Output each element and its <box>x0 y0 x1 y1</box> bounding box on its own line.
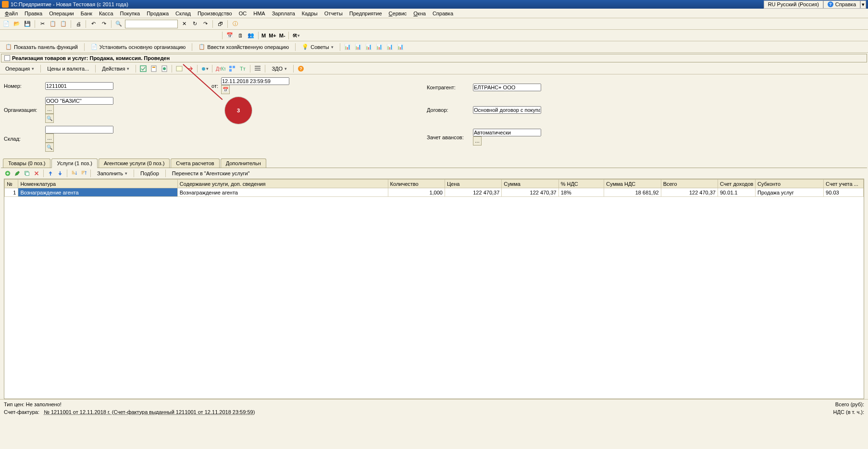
zdo-dropdown[interactable]: ЗДО <box>268 65 290 73</box>
cell-acc[interactable]: 90.03 <box>824 188 864 197</box>
cell-subconto[interactable]: Продажа услуг <box>756 188 824 197</box>
save-icon[interactable]: 💾 <box>23 20 32 28</box>
cell-content[interactable]: Вознаграждение агента <box>177 188 388 197</box>
advance-select-button[interactable]: … <box>473 136 482 146</box>
redo-icon[interactable]: ↷ <box>99 20 108 28</box>
col-total[interactable]: Всего <box>661 180 718 188</box>
org-field[interactable] <box>45 97 113 105</box>
menu-service[interactable]: Сервис <box>386 10 410 17</box>
move-down-icon[interactable] <box>56 170 64 177</box>
warehouse-select-button[interactable]: … <box>45 133 54 143</box>
col-income-account[interactable]: Счет доходов <box>718 180 756 188</box>
users-icon[interactable]: 👥 <box>247 31 255 40</box>
report-icon-1[interactable]: 📊 <box>343 43 352 51</box>
menu-file[interactable]: Файл <box>2 10 21 17</box>
enter-operation-button[interactable]: 📋 Ввести хозяйственную операцию <box>195 43 292 51</box>
copy-icon[interactable]: 📋 <box>49 20 57 28</box>
undo-icon[interactable]: ↶ <box>89 20 98 28</box>
info-icon[interactable]: ⓘ <box>231 20 239 28</box>
show-panel-button[interactable]: 📋 Показать панель функций <box>2 43 81 51</box>
menu-operations[interactable]: Операции <box>46 10 76 17</box>
prices-button[interactable]: Цены и валюта... <box>44 65 92 73</box>
col-quantity[interactable]: Количество <box>388 180 445 188</box>
col-vat-pct[interactable]: % НДС <box>558 180 604 188</box>
new-icon[interactable]: 📄 <box>2 20 11 28</box>
cell-n[interactable]: 1 <box>5 188 18 197</box>
cell-vat-pct[interactable]: 18% <box>558 188 604 197</box>
copy-row-icon[interactable] <box>23 170 31 177</box>
doc-icon-4[interactable] <box>175 64 184 73</box>
menu-windows[interactable]: Окна <box>410 10 429 17</box>
counterpart-field[interactable] <box>473 84 541 91</box>
advice-button[interactable]: 💡 Советы <box>298 43 336 51</box>
delete-row-icon[interactable] <box>33 170 40 177</box>
menu-warehouse[interactable]: Склад <box>173 10 194 17</box>
cell-price[interactable]: 122 470,37 <box>445 188 501 197</box>
transfer-button[interactable]: Перенести в "Агентские услуги" <box>169 170 253 177</box>
doc-icon-structure[interactable] <box>228 64 236 73</box>
select-button[interactable]: Подбор <box>137 170 162 177</box>
fill-dropdown[interactable]: Заполнить <box>94 170 131 177</box>
nav-icon[interactable]: ↷ <box>201 20 210 28</box>
cell-vat-sum[interactable]: 18 681,92 <box>604 188 661 197</box>
org-search-button[interactable]: 🔍 <box>45 114 54 123</box>
cut-icon[interactable]: ✂ <box>38 20 47 28</box>
doc-icon-6[interactable] <box>200 64 209 73</box>
tab-accounts[interactable]: Счета расчетов <box>171 158 219 168</box>
edit-row-icon[interactable] <box>13 170 21 177</box>
titlebar-dropdown[interactable]: ▾ <box>860 0 866 9</box>
doc-icon-3[interactable] <box>160 64 169 73</box>
menu-production[interactable]: Производство <box>195 10 235 17</box>
warehouse-search-button[interactable]: 🔍 <box>45 143 54 152</box>
calc-icon[interactable]: 🗓 <box>236 31 245 40</box>
language-button[interactable]: RU Русский (Россия) <box>764 0 823 9</box>
date-picker-button[interactable]: 📅 <box>221 85 230 94</box>
date-field[interactable] <box>221 77 289 85</box>
org-select-button[interactable]: … <box>45 105 54 114</box>
col-content[interactable]: Содержание услуги, доп. сведения <box>177 180 388 188</box>
cell-sum[interactable]: 122 470,37 <box>502 188 558 197</box>
m-minus-indicator[interactable]: M- <box>279 33 285 38</box>
doc-icon-list[interactable] <box>253 64 262 73</box>
cell-qty[interactable]: 1,000 <box>388 188 445 197</box>
menu-edit[interactable]: Правка <box>22 10 45 17</box>
menu-enterprise[interactable]: Предприятие <box>347 10 385 17</box>
cell-total[interactable]: 122 470,37 <box>661 188 718 197</box>
col-nomenclature[interactable]: Номенклатура <box>18 180 177 188</box>
menu-sale[interactable]: Продажа <box>144 10 172 17</box>
doc-help-icon[interactable]: ? <box>297 64 305 73</box>
menu-salary[interactable]: Зарплата <box>269 10 298 17</box>
doc-icon-2[interactable] <box>149 64 158 73</box>
move-up-icon[interactable] <box>47 170 54 177</box>
menu-reports[interactable]: Отчеты <box>322 10 346 17</box>
number-field[interactable] <box>45 82 113 90</box>
warehouse-field[interactable] <box>45 126 113 133</box>
m-plus-indicator[interactable]: M+ <box>269 33 276 38</box>
paste-icon[interactable]: 📋 <box>59 20 68 28</box>
report-icon-6[interactable]: 📊 <box>396 43 405 51</box>
col-price[interactable]: Цена <box>445 180 501 188</box>
add-row-icon[interactable] <box>4 170 12 177</box>
menu-help[interactable]: Справка <box>430 10 456 17</box>
m-indicator[interactable]: M <box>261 33 266 38</box>
print-icon[interactable]: 🖨 <box>74 20 83 28</box>
menu-nma[interactable]: НМА <box>250 10 268 17</box>
sort-asc-icon[interactable] <box>70 170 78 177</box>
invoice-link[interactable]: № 1211001 от 12.11.2018 г. (Счет-фактура… <box>44 409 255 415</box>
search-icon[interactable]: 🔍 <box>114 20 123 28</box>
advance-field[interactable] <box>473 129 541 136</box>
menu-os[interactable]: ОС <box>236 10 250 17</box>
contract-field[interactable] <box>473 106 541 114</box>
services-grid[interactable]: № Номенклатура Содержание услуги, доп. с… <box>4 179 864 399</box>
report-icon-3[interactable]: 📊 <box>364 43 373 51</box>
col-vat-sum[interactable]: Сумма НДС <box>604 180 661 188</box>
search-input[interactable] <box>125 20 178 28</box>
col-account[interactable]: Счет учета ... <box>824 180 864 188</box>
menu-purchase[interactable]: Покупка <box>117 10 143 17</box>
tab-agent-services[interactable]: Агентские услуги (0 поз.) <box>99 158 170 168</box>
col-sum[interactable]: Сумма <box>502 180 558 188</box>
operation-dropdown[interactable]: Операция <box>2 65 37 73</box>
table-row[interactable]: 1 Вознаграждение агента Вознаграждение а… <box>5 188 864 197</box>
tab-additional[interactable]: Дополнительн <box>221 158 266 168</box>
help-button[interactable]: ?Справка <box>823 0 860 9</box>
